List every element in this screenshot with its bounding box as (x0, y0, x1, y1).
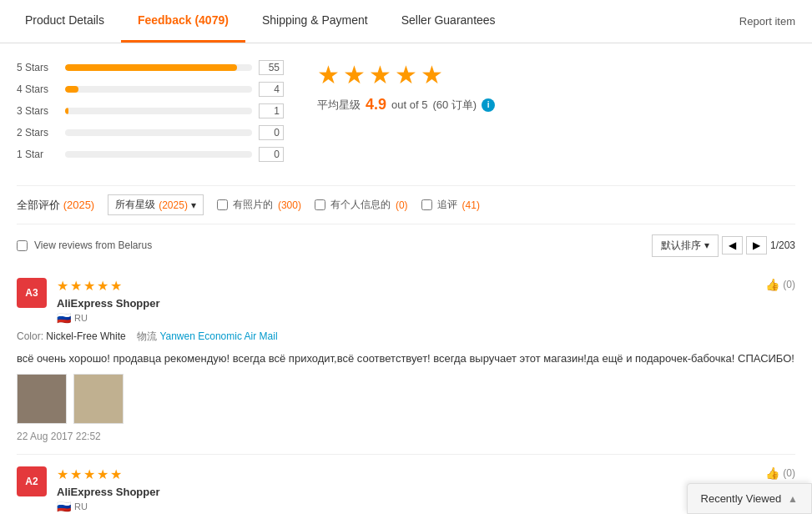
reviewer-avatar-1: A3 (17, 278, 47, 308)
r2-star-4: ★ (97, 466, 108, 482)
chevron-sort-icon: ▾ (704, 239, 709, 251)
filter-photo-checkbox[interactable]: 有照片的 (300) (217, 198, 301, 212)
thumbs-up-icon-1: 👍 (765, 278, 779, 291)
r1-star-5: ★ (110, 278, 122, 294)
avg-label: 平均星级 (317, 98, 361, 113)
main-content: 5 Stars 55 4 Stars 4 3 Stars 1 (0, 43, 812, 514)
reviewer-country-1: 🇷🇺 RU (57, 311, 755, 325)
avg-num: 4.9 (366, 96, 386, 113)
filter-level-dropdown[interactable]: 所有星级 (2025) ▾ (108, 194, 204, 215)
bar-track-5 (65, 64, 252, 71)
reviewer-info-2: ★ ★ ★ ★ ★ AliExpress Shopper 🇷🇺 RU (57, 466, 755, 513)
star-label-3: 3 Stars (17, 105, 58, 117)
bar-count-3: 1 (259, 103, 284, 118)
tab-seller[interactable]: Seller Guarantees (385, 0, 512, 43)
bar-track-2 (65, 129, 252, 136)
thumbs-up-icon-2: 👍 (765, 466, 779, 480)
review-card-1: A3 ★ ★ ★ ★ ★ AliExpress Shopper 🇷🇺 RU (17, 266, 795, 455)
prev-page-button[interactable]: ◀ (722, 236, 743, 254)
review-stars-2: ★ ★ ★ ★ ★ (57, 466, 755, 482)
review-header-2: A2 ★ ★ ★ ★ ★ AliExpress Shopper 🇷🇺 RU (17, 466, 795, 513)
r1-star-4: ★ (97, 278, 108, 294)
info-icon[interactable]: i (482, 98, 495, 112)
reviewer-avatar-2: A2 (17, 466, 47, 496)
tabs-bar: Product Details Feedback (4079) Shipping… (0, 0, 812, 43)
big-star-4: ★ (395, 60, 417, 89)
r1-star-1: ★ (57, 278, 68, 294)
r2-star-5: ★ (110, 466, 122, 482)
review-thumb-1b[interactable] (73, 374, 124, 424)
belarus-checkbox[interactable]: View reviews from Belarus (17, 231, 152, 260)
tab-product-details[interactable]: Product Details (8, 0, 121, 43)
bar-track-4 (65, 86, 252, 93)
reviewer-name-1: AliExpress Shopper (57, 297, 755, 310)
filter-personal-checkbox[interactable]: 有个人信息的 (0) (315, 198, 408, 212)
big-stars: ★ ★ ★ ★ ★ (317, 60, 443, 89)
avg-orders: (60 订单) (432, 98, 477, 113)
recently-viewed-panel[interactable]: Recently Viewed ▲ (687, 483, 812, 514)
ratings-section: 5 Stars 55 4 Stars 4 3 Stars 1 (17, 60, 795, 169)
review-thumb-1a[interactable] (17, 374, 67, 424)
filter-followup-checkbox[interactable]: 追评 (41) (421, 198, 480, 212)
tab-feedback[interactable]: Feedback (4079) (121, 0, 245, 43)
like-button-1[interactable]: 👍 (0) (765, 278, 795, 291)
recently-viewed-label: Recently Viewed (701, 492, 782, 505)
bar-count-5: 55 (259, 60, 284, 75)
review-text-1: всё очень хорошо! продавца рекомендую! в… (17, 350, 795, 367)
big-star-5: ★ (421, 60, 443, 89)
star-row-5: 5 Stars 55 (17, 60, 284, 75)
avg-out-of: out of 5 (391, 98, 427, 111)
r2-star-2: ★ (70, 466, 82, 482)
bar-count-4: 4 (259, 82, 284, 97)
reviews-list: A3 ★ ★ ★ ★ ★ AliExpress Shopper 🇷🇺 RU (17, 266, 795, 514)
bar-track-3 (65, 108, 252, 114)
tab-shipping[interactable]: Shipping & Payment (245, 0, 385, 43)
r2-star-3: ★ (83, 466, 95, 482)
bar-track-1 (65, 151, 252, 158)
star-label-2: 2 Stars (17, 127, 58, 139)
bar-count-2: 0 (259, 125, 284, 140)
chevron-up-icon: ▲ (788, 493, 798, 505)
filter-row: 全部评价 (2025) 所有星级 (2025) ▾ 有照片的 (300) 有个人… (17, 185, 795, 224)
review-meta-1: Color: Nickel-Free White 物流 Yanwen Econo… (17, 330, 795, 344)
report-item-button[interactable]: Report item (731, 2, 804, 41)
bar-count-1: 0 (259, 147, 284, 162)
star-bars: 5 Stars 55 4 Stars 4 3 Stars 1 (17, 60, 284, 169)
flag-icon-2: 🇷🇺 (57, 500, 71, 513)
avg-text: 平均星级 4.9 out of 5 (60 订单) i (317, 96, 495, 113)
reviewer-info-1: ★ ★ ★ ★ ★ AliExpress Shopper 🇷🇺 RU (57, 278, 755, 325)
star-row-3: 3 Stars 1 (17, 103, 284, 118)
flag-icon-1: 🇷🇺 (57, 311, 71, 325)
r1-star-2: ★ (70, 278, 82, 294)
reviewer-country-2: 🇷🇺 RU (57, 500, 755, 513)
overall-rating: ★ ★ ★ ★ ★ 平均星级 4.9 out of 5 (60 订单) i (317, 60, 495, 113)
reviewer-name-2: AliExpress Shopper (57, 486, 755, 498)
r1-star-3: ★ (83, 278, 95, 294)
chevron-down-icon: ▾ (191, 199, 196, 211)
star-row-2: 2 Stars 0 (17, 125, 284, 140)
review-stars-1: ★ ★ ★ ★ ★ (57, 278, 755, 294)
star-label-4: 4 Stars (17, 83, 58, 95)
star-row-1: 1 Star 0 (17, 147, 284, 162)
r2-star-1: ★ (57, 466, 68, 482)
bar-fill-3 (65, 108, 68, 114)
bar-fill-5 (65, 64, 237, 71)
big-star-1: ★ (317, 60, 340, 89)
big-star-2: ★ (343, 60, 366, 89)
sort-dropdown[interactable]: 默认排序 ▾ (652, 234, 719, 257)
like-button-2[interactable]: 👍 (0) (765, 466, 795, 480)
next-page-button[interactable]: ▶ (746, 236, 767, 254)
review-header-1: A3 ★ ★ ★ ★ ★ AliExpress Shopper 🇷🇺 RU (17, 278, 795, 325)
star-row-4: 4 Stars 4 (17, 82, 284, 97)
review-images-1 (17, 374, 795, 424)
review-date-1: 22 Aug 2017 22:52 (17, 431, 795, 442)
filter-all-count: (2025) (63, 199, 95, 211)
star-label-1: 1 Star (17, 149, 58, 160)
filter-all-label[interactable]: 全部评价 (2025) (17, 198, 94, 213)
bar-fill-4 (65, 86, 78, 93)
controls-row: View reviews from Belarus 默认排序 ▾ ◀ ▶ 1/2… (17, 224, 795, 266)
page-info: 1/203 (770, 239, 795, 251)
big-star-3: ★ (369, 60, 391, 89)
star-label-5: 5 Stars (17, 62, 58, 73)
pagination: 默认排序 ▾ ◀ ▶ 1/203 (652, 234, 795, 257)
